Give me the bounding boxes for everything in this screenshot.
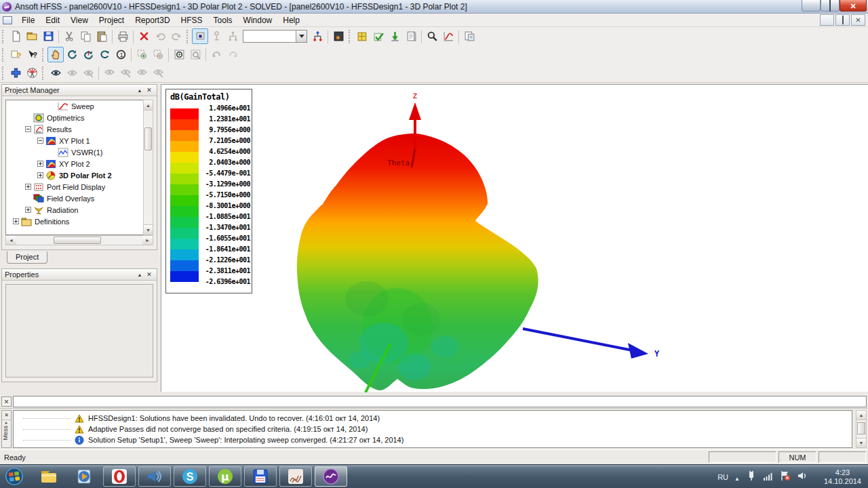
scroll-up-icon[interactable]: ▲ bbox=[856, 411, 866, 420]
show-active-button[interactable] bbox=[150, 65, 166, 81]
tree-item-results[interactable]: Results bbox=[6, 123, 153, 135]
close-panel-button[interactable] bbox=[144, 270, 154, 279]
restore-button[interactable] bbox=[821, 0, 840, 12]
scrollbar-thumb[interactable] bbox=[54, 237, 101, 244]
create-report-button[interactable] bbox=[440, 28, 456, 44]
show-selection-button[interactable] bbox=[80, 65, 96, 81]
menu-report3d[interactable]: Report3D bbox=[130, 14, 175, 26]
tree-item-xy-plot-1[interactable]: XY Plot 1 bbox=[6, 135, 153, 146]
hide-selection-button[interactable] bbox=[64, 65, 80, 81]
menu-hfss[interactable]: HFSS bbox=[176, 14, 208, 26]
tree-item-sweep[interactable]: Sweep bbox=[6, 100, 153, 112]
toolbar-grip[interactable] bbox=[42, 66, 45, 80]
tree-item-vswr[interactable]: VSWR(1) bbox=[6, 146, 153, 158]
taskbar-utorrent-button[interactable]: µ bbox=[209, 466, 241, 487]
validate-setup-button[interactable] bbox=[208, 28, 224, 44]
menu-project[interactable]: Project bbox=[94, 14, 130, 26]
pan-button[interactable] bbox=[47, 47, 64, 62]
hide-active-button[interactable] bbox=[134, 65, 150, 81]
language-indicator[interactable]: RU bbox=[717, 473, 728, 481]
view-undo-button[interactable] bbox=[208, 47, 224, 62]
show-hide-button[interactable] bbox=[47, 65, 64, 81]
validate-button[interactable] bbox=[370, 28, 387, 44]
taskbar-save-app-button[interactable] bbox=[244, 466, 277, 487]
expand-toggle[interactable] bbox=[13, 218, 19, 224]
expand-toggle[interactable] bbox=[37, 161, 43, 167]
toolbar-grip[interactable] bbox=[2, 48, 5, 62]
scroll-down-icon[interactable]: ▼ bbox=[856, 438, 866, 447]
radiation-pattern-button[interactable] bbox=[24, 65, 40, 81]
tree-item-port-field-display[interactable]: Port Field Display bbox=[6, 181, 153, 192]
speaker-icon[interactable] bbox=[797, 470, 808, 484]
message-row[interactable]: Adaptive Passes did not converge based o… bbox=[14, 424, 852, 434]
toolbar-grip[interactable] bbox=[186, 30, 190, 43]
undo-button[interactable] bbox=[152, 28, 168, 44]
open-button[interactable] bbox=[24, 28, 40, 44]
mdi-close-button[interactable] bbox=[851, 14, 865, 26]
fields-button[interactable] bbox=[7, 65, 24, 81]
taskbar-explorer-button[interactable] bbox=[33, 466, 65, 487]
hide-all-button[interactable] bbox=[101, 65, 117, 81]
tray-expand-icon[interactable] bbox=[734, 471, 740, 483]
close-strip-button[interactable] bbox=[1, 396, 12, 407]
expand-toggle[interactable] bbox=[25, 207, 31, 213]
menu-help[interactable]: Help bbox=[277, 14, 305, 26]
toolbar-grip[interactable] bbox=[2, 30, 5, 43]
start-button[interactable] bbox=[3, 466, 26, 487]
paste-button[interactable] bbox=[94, 28, 110, 44]
pin-panel-button[interactable] bbox=[135, 270, 144, 279]
message-row[interactable]: Solution Setup 'Setup1', Sweep 'Sweep': … bbox=[14, 434, 852, 445]
new-button[interactable] bbox=[7, 28, 24, 44]
show-mesh-button[interactable] bbox=[354, 28, 370, 44]
copy-button[interactable] bbox=[77, 28, 94, 44]
zoom-out-rect-button[interactable] bbox=[150, 47, 166, 62]
material-combobox[interactable] bbox=[243, 30, 307, 43]
close-button[interactable] bbox=[840, 0, 867, 12]
document-icon[interactable] bbox=[3, 16, 12, 24]
pin-panel-button[interactable] bbox=[135, 86, 144, 94]
help-topics-button[interactable]: ? bbox=[7, 47, 24, 62]
dynamic-zoom-button[interactable]: 1 bbox=[113, 47, 129, 62]
menu-file[interactable]: File bbox=[16, 14, 40, 26]
progress-field[interactable] bbox=[13, 396, 867, 407]
rotate-screen-button[interactable] bbox=[96, 47, 113, 62]
tree-item-optimetrics[interactable]: Optimetrics bbox=[6, 112, 153, 123]
network-signal-icon[interactable] bbox=[763, 470, 774, 484]
print-button[interactable] bbox=[115, 28, 131, 44]
taskbar-media-player-button[interactable] bbox=[68, 466, 100, 487]
collapse-toggle[interactable] bbox=[25, 126, 31, 132]
action-center-flag-icon[interactable] bbox=[780, 470, 791, 484]
menu-view[interactable]: View bbox=[65, 14, 94, 26]
message-scrollbar[interactable]: ▲ ▼ bbox=[856, 410, 867, 448]
taskbar-hfss-button[interactable] bbox=[315, 466, 347, 487]
tree-item-3d-polar-plot-2[interactable]: 3D Polar Plot 2 bbox=[6, 169, 153, 181]
tree-item-radiation[interactable]: Radiation bbox=[6, 204, 153, 216]
save-button[interactable] bbox=[40, 28, 56, 44]
menu-edit[interactable]: Edit bbox=[40, 14, 65, 26]
copy-image-button[interactable] bbox=[461, 28, 477, 44]
scroll-down-icon[interactable]: ▼ bbox=[144, 224, 153, 235]
mdi-restore-button[interactable] bbox=[835, 14, 850, 26]
combobox-value[interactable] bbox=[243, 30, 296, 42]
mdi-minimize-button[interactable] bbox=[820, 14, 834, 26]
solution-data-button[interactable] bbox=[403, 28, 419, 44]
analysis-tree-button[interactable] bbox=[224, 28, 241, 44]
view-redo-button[interactable] bbox=[224, 47, 241, 62]
taskbar-volume-app-button[interactable] bbox=[138, 466, 171, 487]
taskbar-designer-button[interactable] bbox=[279, 466, 312, 487]
rotate-around-axis-button[interactable] bbox=[80, 47, 96, 62]
modeler-3d-view[interactable]: z Theta Y dB(GainTotal) 1.4966e+0011.238… bbox=[161, 84, 868, 392]
close-panel-button[interactable] bbox=[144, 86, 154, 94]
fit-selection-button[interactable] bbox=[187, 47, 203, 62]
redo-button[interactable] bbox=[168, 28, 184, 44]
tab-project[interactable]: Project bbox=[7, 251, 47, 264]
toolbar-grip[interactable] bbox=[42, 48, 45, 62]
tree-item-field-overlays[interactable]: Field Overlays bbox=[6, 192, 153, 204]
tree-vertical-scrollbar[interactable]: ▲ ▼ bbox=[143, 100, 153, 235]
analyze-all-button[interactable] bbox=[387, 28, 403, 44]
toolbar-grip[interactable] bbox=[2, 66, 5, 80]
tree-item-definitions[interactable]: Definitions bbox=[6, 216, 153, 227]
rotate-model-button[interactable] bbox=[64, 47, 80, 62]
chevron-down-icon[interactable] bbox=[296, 30, 307, 42]
show-all-button[interactable] bbox=[117, 65, 134, 81]
